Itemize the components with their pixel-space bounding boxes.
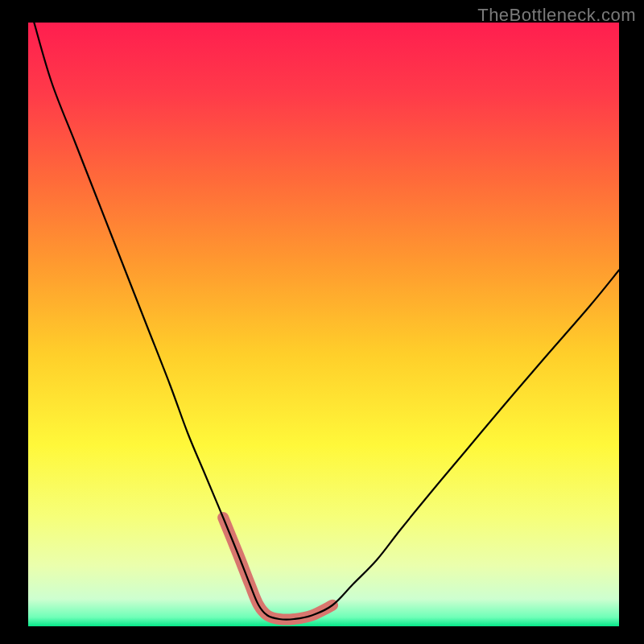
chart-frame: TheBottleneck.com (0, 0, 644, 644)
gradient-background (28, 23, 619, 626)
bottleneck-chart (0, 0, 644, 644)
